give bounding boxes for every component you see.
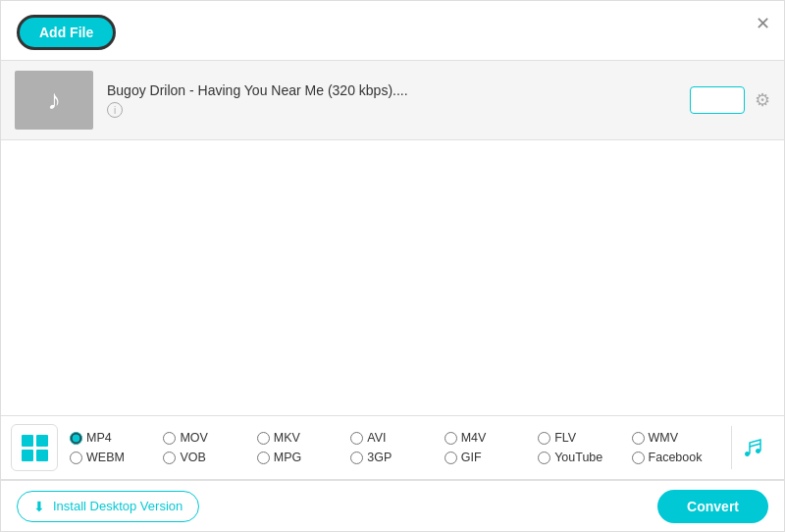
format-radio-webm[interactable]	[70, 452, 82, 464]
format-radio-flv[interactable]	[538, 432, 550, 445]
format-radio-avi[interactable]	[350, 432, 363, 445]
format-radio-wmv[interactable]	[632, 432, 645, 445]
format-radio-youtube[interactable]	[538, 452, 550, 464]
preview-button[interactable]	[690, 86, 745, 114]
file-actions: ⚙	[690, 86, 770, 114]
format-label-youtube: YouTube	[554, 451, 602, 464]
format-label-mkv: MKV	[274, 431, 300, 445]
info-icon[interactable]: i	[107, 102, 123, 118]
music-note-icon	[740, 434, 767, 461]
format-option-m4v[interactable]: M4V	[445, 431, 538, 445]
format-label-mpg: MPG	[274, 451, 301, 464]
format-label-wmv: WMV	[649, 431, 679, 445]
file-name: Bugoy Drilon - Having You Near Me (320 k…	[107, 82, 690, 98]
file-thumbnail: ♪	[15, 71, 93, 130]
format-radio-mpg[interactable]	[257, 452, 270, 464]
format-label-gif: GIF	[461, 451, 482, 464]
music-icon: ♪	[47, 84, 61, 116]
format-label-mp4: MP4	[86, 431, 112, 445]
settings-icon[interactable]: ⚙	[755, 89, 770, 111]
format-label-webm: WEBM	[86, 451, 125, 464]
format-bar: MP4 MOV MKV AVI M4V FLV WMV WEBM	[1, 415, 784, 480]
format-option-3gp[interactable]: 3GP	[350, 451, 444, 464]
format-radio-mkv[interactable]	[257, 432, 270, 445]
install-desktop-button[interactable]: ⬇ Install Desktop Version	[17, 491, 199, 522]
format-options: MP4 MOV MKV AVI M4V FLV WMV WEBM	[70, 431, 725, 464]
format-radio-gif[interactable]	[445, 452, 457, 464]
format-option-mp4[interactable]: MP4	[70, 431, 163, 445]
format-label-avi: AVI	[367, 431, 386, 445]
format-option-avi[interactable]: AVI	[350, 431, 444, 445]
format-label-m4v: M4V	[461, 431, 487, 445]
format-radio-mov[interactable]	[163, 432, 176, 445]
install-label: Install Desktop Version	[53, 499, 183, 513]
format-radio-mp4[interactable]	[70, 432, 82, 445]
format-label-facebook: Facebook	[649, 451, 703, 464]
header: Add File ✕	[1, 1, 784, 61]
format-radio-vob[interactable]	[163, 452, 176, 464]
format-label-vob: VOB	[180, 451, 205, 464]
file-row: ♪ Bugoy Drilon - Having You Near Me (320…	[1, 61, 784, 140]
format-option-mov[interactable]: MOV	[163, 431, 256, 445]
format-radio-facebook[interactable]	[632, 452, 645, 464]
format-radio-m4v[interactable]	[445, 432, 457, 445]
convert-button[interactable]: Convert	[657, 490, 768, 523]
format-option-mpg[interactable]: MPG	[257, 451, 350, 464]
format-option-vob[interactable]: VOB	[163, 451, 256, 464]
music-note-right[interactable]	[731, 426, 774, 469]
format-label-3gp: 3GP	[367, 451, 392, 464]
format-radio-3gp[interactable]	[350, 452, 363, 464]
format-option-flv[interactable]: FLV	[538, 431, 631, 445]
footer: ⬇ Install Desktop Version Convert	[1, 480, 784, 531]
close-button[interactable]: ✕	[756, 15, 770, 32]
format-option-gif[interactable]: GIF	[445, 451, 538, 464]
format-option-webm[interactable]: WEBM	[70, 451, 163, 464]
format-label-flv: FLV	[554, 431, 576, 445]
format-option-youtube[interactable]: YouTube	[538, 451, 631, 464]
format-label-mov: MOV	[180, 431, 207, 445]
format-grid-icon	[18, 431, 52, 465]
format-option-facebook[interactable]: Facebook	[632, 451, 725, 464]
download-icon: ⬇	[33, 499, 45, 514]
format-option-wmv[interactable]: WMV	[632, 431, 725, 445]
add-file-button[interactable]: Add File	[17, 15, 116, 50]
file-info: Bugoy Drilon - Having You Near Me (320 k…	[107, 82, 690, 118]
format-option-mkv[interactable]: MKV	[257, 431, 350, 445]
format-icon-box	[11, 424, 58, 471]
